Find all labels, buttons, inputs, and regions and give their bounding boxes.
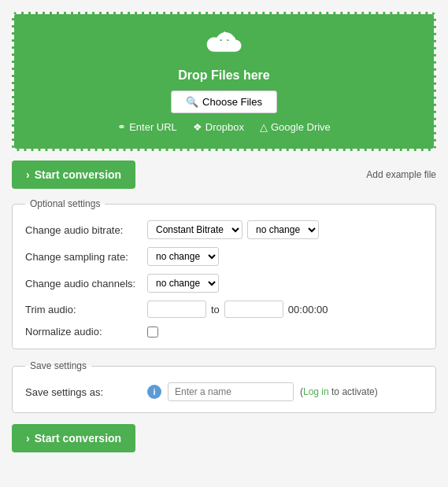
bitrate-value-select[interactable]: no change [247, 220, 319, 239]
sampling-select[interactable]: no change [147, 247, 219, 266]
channels-label: Change audio channels: [25, 278, 147, 290]
save-settings-panel: Save settings Save settings as: i (Log i… [12, 360, 436, 413]
save-settings-label: Save settings as: [25, 386, 147, 398]
google-drive-link[interactable]: △ Google Drive [260, 121, 331, 133]
drop-zone-links: ⚭ Enter URL ❖ Dropbox △ Google Drive [30, 121, 418, 133]
drop-zone[interactable]: Drop Files here 🔍 Choose Files ⚭ Enter U… [12, 12, 436, 151]
google-drive-icon: △ [260, 121, 268, 133]
normalize-controls [147, 327, 158, 338]
trim-time-text: 00:00:00 [288, 304, 328, 315]
save-settings-legend: Save settings [25, 360, 91, 371]
drop-files-text: Drop Files here [30, 68, 418, 83]
trim-controls: to 00:00:00 [147, 301, 328, 318]
bitrate-controls: Constant Bitrate no change [147, 220, 319, 239]
trim-to-text: to [211, 304, 220, 315]
enter-url-link[interactable]: ⚭ Enter URL [117, 121, 177, 133]
normalize-row: Normalize audio: [25, 326, 423, 338]
bitrate-row: Change audio bitrate: Constant Bitrate n… [25, 220, 423, 239]
dropbox-link[interactable]: ❖ Dropbox [193, 121, 244, 133]
chevron-icon-bottom: › [26, 432, 30, 445]
normalize-label: Normalize audio: [25, 326, 147, 338]
add-example-file-link[interactable]: Add example file [366, 169, 436, 180]
info-icon: i [147, 385, 161, 399]
save-settings-row: Save settings as: i (Log in to activate) [25, 382, 423, 401]
channels-controls: no change [147, 274, 219, 293]
trim-start-input[interactable] [147, 301, 206, 318]
login-link[interactable]: Log in [303, 386, 329, 397]
save-name-input[interactable] [168, 382, 294, 401]
start-conversion-button-top[interactable]: › Start conversion [12, 160, 135, 189]
sampling-row: Change sampling rate: no change [25, 247, 423, 266]
optional-settings-panel: Optional settings Change audio bitrate: … [12, 198, 436, 349]
login-text: (Log in to activate) [300, 386, 378, 397]
bottom-action-row: › Start conversion [12, 424, 436, 452]
sampling-controls: no change [147, 247, 219, 266]
chevron-icon: › [26, 168, 30, 181]
bitrate-label: Change audio bitrate: [25, 224, 147, 236]
save-settings-controls: i (Log in to activate) [147, 382, 378, 401]
channels-row: Change audio channels: no change [25, 274, 423, 293]
bitrate-type-select[interactable]: Constant Bitrate [147, 220, 243, 239]
choose-files-button[interactable]: 🔍 Choose Files [171, 90, 277, 113]
search-icon: 🔍 [186, 96, 198, 108]
optional-settings-legend: Optional settings [25, 198, 105, 209]
channels-select[interactable]: no change [147, 274, 219, 293]
normalize-checkbox[interactable] [147, 327, 158, 338]
trim-end-input[interactable] [224, 301, 283, 318]
sampling-label: Change sampling rate: [25, 251, 147, 263]
link-icon: ⚭ [117, 121, 126, 133]
trim-label: Trim audio: [25, 304, 147, 315]
cloud-upload-icon [205, 30, 244, 64]
top-action-row: › Start conversion Add example file [12, 160, 436, 189]
trim-row: Trim audio: to 00:00:00 [25, 301, 423, 318]
dropbox-icon: ❖ [193, 121, 202, 133]
start-conversion-button-bottom[interactable]: › Start conversion [12, 424, 135, 452]
